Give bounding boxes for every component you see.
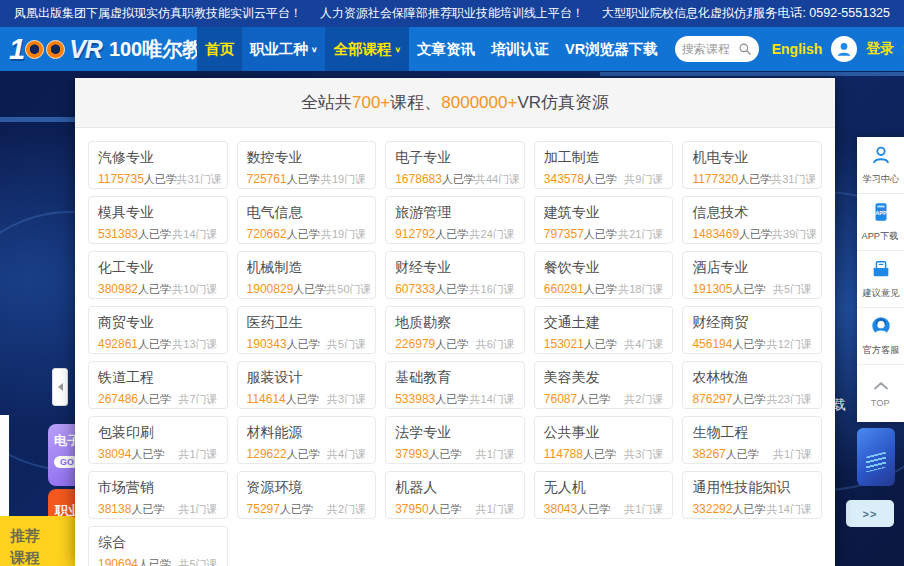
category-name: 法学专业	[395, 424, 515, 442]
search-icon[interactable]	[738, 42, 752, 56]
category-card[interactable]: 美容美发76087人已学共2门课	[534, 361, 674, 409]
logo-vr: VR	[69, 35, 102, 64]
nav-item[interactable]: VR浏览器下载	[557, 27, 666, 71]
learner-count: 720662人已学	[247, 227, 320, 242]
category-card[interactable]: 通用性技能知识332292人已学共14门课	[682, 471, 822, 519]
category-card[interactable]: 资源环境75297人已学共2门课	[237, 471, 377, 519]
avatar[interactable]	[831, 36, 857, 62]
category-card[interactable]: 农林牧渔876297人已学共23门课	[682, 361, 822, 409]
category-card[interactable]: 无人机38043人已学共1门课	[534, 471, 674, 519]
category-name: 无人机	[544, 479, 664, 497]
learner-count: 660291人已学	[544, 282, 617, 297]
category-card[interactable]: 商贸专业492861人已学共13门课	[88, 306, 228, 354]
category-card[interactable]: 铁道工程267486人已学共7门课	[88, 361, 228, 409]
course-count: 共14门课	[470, 392, 515, 407]
nav-item[interactable]: 职业工种∨	[242, 27, 326, 71]
category-card[interactable]: 服装设计114614人已学共3门课	[237, 361, 377, 409]
category-stats: 1900829人已学共50门课	[247, 282, 367, 297]
site-logo[interactable]: 1 VR 100唯尔教育	[0, 27, 197, 71]
course-count: 共4门课	[624, 337, 663, 352]
category-stats: 114788人已学共3门课	[544, 447, 664, 462]
category-name: 美容美发	[544, 369, 664, 387]
summary-course-count: 700+	[352, 93, 390, 113]
category-card[interactable]: 汽修专业1175735人已学共31门课	[88, 141, 228, 189]
recommend-courses-tag[interactable]: 推荐 课程	[0, 516, 78, 566]
course-count: 共50门课	[326, 282, 371, 297]
search-input[interactable]	[682, 42, 738, 56]
category-card[interactable]: 交通土建153021人已学共4门课	[534, 306, 674, 354]
category-name: 财经商贸	[692, 314, 812, 332]
announcement-text: 大型职业院校信息化虚拟仿真教学资源网站！	[602, 5, 752, 22]
category-card[interactable]: 市场营销38138人已学共1门课	[88, 471, 228, 519]
nav-item[interactable]: 培训认证	[483, 27, 557, 71]
category-stats: 114614人已学共3门课	[247, 392, 367, 407]
category-card[interactable]: 材料能源129622人已学共4门课	[237, 416, 377, 464]
category-name: 财经专业	[395, 259, 515, 277]
course-count: 共1门课	[476, 447, 515, 462]
course-count: 共1门课	[624, 502, 663, 517]
category-card[interactable]: 机器人37950人已学共1门课	[385, 471, 525, 519]
english-link[interactable]: English	[772, 41, 823, 57]
sidebar-item-top[interactable]: TOP	[857, 365, 904, 422]
category-card[interactable]: 医药卫生190343人已学共5门课	[237, 306, 377, 354]
category-stats: 153021人已学共4门课	[544, 337, 664, 352]
sidebar-item-官方客服[interactable]: 官方客服	[857, 308, 904, 365]
course-count: 共16门课	[470, 282, 515, 297]
search-box[interactable]	[675, 36, 759, 62]
learner-count: 343578人已学	[544, 172, 617, 187]
carousel-prev-button[interactable]	[52, 368, 68, 406]
more-link[interactable]: >>	[846, 500, 894, 527]
sidebar-item-建议意见[interactable]: 建议意见	[857, 251, 904, 308]
promo-card-blue[interactable]	[857, 428, 895, 486]
sidebar-item-label: 建议意见	[862, 287, 899, 300]
course-count: 共39门课	[772, 227, 817, 242]
category-card[interactable]: 电子专业1678683人已学共44门课	[385, 141, 525, 189]
category-name: 包装印刷	[98, 424, 218, 442]
category-card[interactable]: 酒店专业191305人已学共5门课	[682, 251, 822, 299]
category-card[interactable]: 包装印刷38094人已学共1门课	[88, 416, 228, 464]
nav-item-label: VR浏览器下载	[565, 40, 658, 59]
nav-item[interactable]: 文章资讯	[409, 27, 483, 71]
category-card[interactable]: 机械制造1900829人已学共50门课	[237, 251, 377, 299]
user-icon	[870, 144, 892, 168]
category-stats: 191305人已学共5门课	[692, 282, 812, 297]
category-card[interactable]: 财经商贸456194人已学共12门课	[682, 306, 822, 354]
category-name: 酒店专业	[692, 259, 812, 277]
category-stats: 129622人已学共4门课	[247, 447, 367, 462]
category-card[interactable]: 电气信息720662人已学共19门课	[237, 196, 377, 244]
category-card[interactable]: 生物工程38267人已学共1门课	[682, 416, 822, 464]
category-card[interactable]: 旅游管理912792人已学共24门课	[385, 196, 525, 244]
category-card[interactable]: 机电专业1177320人已学共31门课	[682, 141, 822, 189]
course-count: 共44门课	[475, 172, 520, 187]
category-card[interactable]: 综合190694人已学共5门课	[88, 526, 228, 566]
logo-o-icon	[25, 40, 44, 59]
sidebar-item-学习中心[interactable]: 学习中心	[857, 137, 904, 194]
category-card[interactable]: 法学专业37993人已学共1门课	[385, 416, 525, 464]
category-card[interactable]: 财经专业607333人已学共16门课	[385, 251, 525, 299]
summary-mid: 课程、	[390, 91, 441, 114]
sidebar-item-app下载[interactable]: APPAPP下载	[857, 194, 904, 251]
utility-sidebar: 学习中心APPAPP下载建议意见官方客服TOP	[857, 137, 904, 422]
category-card[interactable]: 加工制造343578人已学共9门课	[534, 141, 674, 189]
nav-item-label: 全部课程	[333, 40, 391, 59]
category-card[interactable]: 地质勘察226979人已学共6门课	[385, 306, 525, 354]
nav-item[interactable]: 全部课程∨	[325, 27, 409, 71]
category-stats: 1175735人已学共31门课	[98, 172, 218, 187]
nav-item[interactable]: 首页	[197, 27, 242, 71]
course-count: 共5门课	[178, 557, 217, 566]
left-arrow-icon	[58, 383, 63, 391]
learner-count: 114614人已学	[247, 392, 319, 407]
category-name: 信息技术	[692, 204, 812, 222]
category-card[interactable]: 基础教育533983人已学共14门课	[385, 361, 525, 409]
login-link[interactable]: 登录	[866, 40, 894, 58]
category-card[interactable]: 化工专业380982人已学共10门课	[88, 251, 228, 299]
category-card[interactable]: 餐饮专业660291人已学共18门课	[534, 251, 674, 299]
category-card[interactable]: 模具专业531383人已学共14门课	[88, 196, 228, 244]
learner-count: 191305人已学	[692, 282, 765, 297]
category-card[interactable]: 信息技术1483469人已学共39门课	[682, 196, 822, 244]
category-stats: 720662人已学共19门课	[247, 227, 367, 242]
header-right-group: English 登录 免费注册	[772, 27, 904, 71]
category-card[interactable]: 数控专业725761人已学共19门课	[237, 141, 377, 189]
category-card[interactable]: 建筑专业797357人已学共21门课	[534, 196, 674, 244]
category-card[interactable]: 公共事业114788人已学共3门课	[534, 416, 674, 464]
